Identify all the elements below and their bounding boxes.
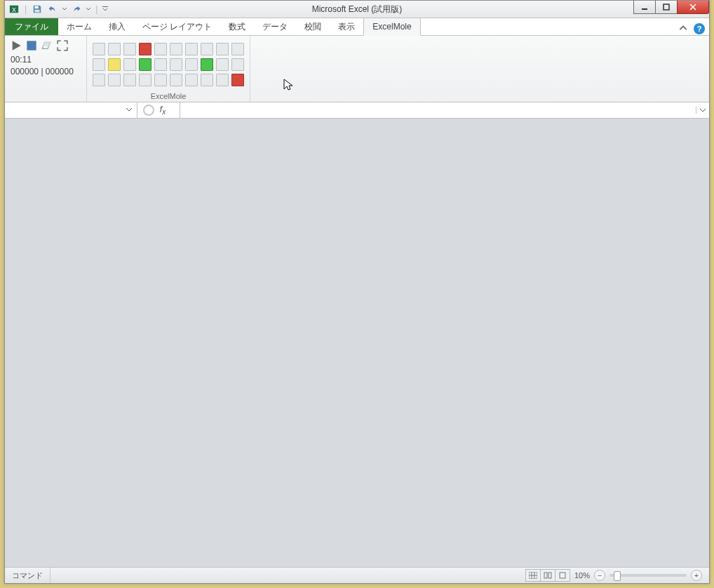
mole-cell[interactable]: [201, 43, 213, 55]
help-icon[interactable]: ?: [694, 23, 705, 34]
status-bar: コマンド 10% − +: [5, 568, 709, 583]
zoom-in-button[interactable]: +: [691, 570, 702, 581]
view-normal-icon[interactable]: [525, 569, 541, 582]
mole-cell[interactable]: [139, 43, 151, 55]
quick-access-toolbar: X | |: [5, 3, 112, 15]
mole-cell[interactable]: [108, 74, 121, 86]
mole-cell[interactable]: [185, 58, 198, 71]
mole-cell[interactable]: [108, 43, 121, 55]
svg-rect-3: [35, 10, 40, 13]
tab-excelmole[interactable]: ExcelMole: [363, 18, 420, 36]
mole-cell[interactable]: [170, 58, 182, 71]
mole-cell[interactable]: [231, 74, 244, 86]
undo-icon[interactable]: [46, 3, 59, 15]
tab-view[interactable]: 表示: [330, 18, 363, 35]
tab-formulas[interactable]: 数式: [220, 18, 254, 35]
tab-pagelayout[interactable]: ページ レイアウト: [134, 18, 220, 35]
tab-data[interactable]: データ: [254, 18, 296, 35]
mole-cell[interactable]: [231, 58, 244, 71]
excel-app-icon[interactable]: X: [8, 3, 20, 15]
mole-cell[interactable]: [185, 74, 198, 86]
svg-rect-14: [560, 573, 565, 578]
tab-review[interactable]: 校閲: [296, 18, 330, 35]
svg-rect-5: [642, 8, 647, 10]
svg-rect-2: [35, 6, 39, 9]
formula-input[interactable]: [180, 102, 696, 118]
formula-expand-icon[interactable]: [696, 107, 709, 114]
window-controls: [634, 1, 709, 14]
tab-home[interactable]: ホーム: [58, 18, 100, 35]
formula-bar: fx: [5, 102, 709, 119]
mole-cell[interactable]: [170, 74, 182, 86]
mole-cell[interactable]: [139, 58, 151, 71]
mole-cell[interactable]: [170, 43, 182, 55]
mole-cell[interactable]: [154, 74, 167, 86]
view-pagelayout-icon[interactable]: [540, 569, 555, 582]
svg-text:X: X: [12, 6, 16, 13]
mole-cell[interactable]: [93, 58, 105, 71]
mole-cell[interactable]: [123, 74, 136, 86]
ribbon-group-excelmole: ExcelMole: [87, 36, 250, 102]
tab-file[interactable]: ファイル: [5, 18, 58, 35]
mole-cell[interactable]: [201, 74, 213, 86]
mole-cell[interactable]: [154, 58, 167, 71]
fx-area: fx: [137, 102, 709, 118]
title-bar: X | | Microsoft Excel (試用版): [5, 1, 709, 18]
view-pagebreak-icon[interactable]: [555, 569, 570, 582]
stop-icon[interactable]: [26, 40, 37, 51]
qat-customize-icon[interactable]: [102, 3, 109, 15]
separator: |: [23, 4, 28, 14]
fx-button[interactable]: fx: [137, 102, 180, 118]
status-mode: コマンド: [5, 568, 50, 583]
maximize-button[interactable]: [655, 1, 678, 14]
redo-icon[interactable]: [70, 3, 83, 15]
save-icon[interactable]: [31, 3, 43, 15]
ribbon-tabs: ファイル ホーム 挿入 ページ レイアウト 数式 データ 校閲 表示 Excel…: [5, 18, 709, 36]
mole-cell[interactable]: [123, 58, 136, 71]
app-window: X | | Microsoft Excel (試用版) ファイル: [4, 0, 710, 584]
mole-cell[interactable]: [93, 74, 105, 86]
erase-icon[interactable]: [41, 40, 53, 51]
separator: |: [94, 4, 99, 14]
score-value: 000000 | 000000: [11, 67, 81, 76]
zoom-level[interactable]: 10%: [574, 571, 590, 580]
mole-cell[interactable]: [216, 43, 229, 55]
mole-cell[interactable]: [216, 58, 229, 71]
svg-rect-12: [544, 573, 547, 578]
undo-dropdown-icon[interactable]: [62, 3, 67, 15]
zoom-out-button[interactable]: −: [594, 570, 605, 581]
ribbon-group-controls: 00:11 000000 | 000000: [5, 36, 87, 102]
timer-value: 00:11: [11, 55, 81, 65]
mole-cell[interactable]: [123, 43, 136, 55]
minimize-button[interactable]: [633, 1, 656, 14]
mole-cell[interactable]: [201, 58, 213, 71]
svg-rect-13: [548, 573, 551, 578]
tab-insert[interactable]: 挿入: [100, 18, 134, 35]
expand-icon[interactable]: [57, 40, 68, 51]
ribbon-group-label: ExcelMole: [93, 91, 244, 100]
chevron-down-icon[interactable]: [126, 105, 133, 115]
mole-cell[interactable]: [108, 58, 121, 71]
play-icon[interactable]: [11, 40, 22, 51]
close-button[interactable]: [677, 1, 709, 14]
worksheet-area[interactable]: [5, 119, 709, 568]
mole-cell[interactable]: [216, 74, 229, 86]
redo-dropdown-icon[interactable]: [86, 3, 91, 15]
control-row: [11, 39, 81, 53]
name-box[interactable]: [5, 102, 137, 118]
zoom-thumb[interactable]: [614, 571, 621, 581]
mole-cell[interactable]: [231, 43, 244, 55]
ribbon-minimize-icon[interactable]: [677, 22, 689, 35]
mole-cell[interactable]: [93, 43, 105, 55]
status-right: 10% − +: [519, 569, 709, 582]
ribbon-body: 00:11 000000 | 000000 ExcelMole: [5, 36, 709, 102]
svg-rect-4: [102, 6, 108, 7]
zoom-slider[interactable]: [609, 574, 687, 577]
view-buttons: [526, 569, 570, 582]
mole-cell[interactable]: [139, 74, 151, 86]
mole-grid[interactable]: [93, 43, 244, 86]
svg-rect-6: [664, 4, 669, 10]
mole-cell[interactable]: [154, 43, 167, 55]
mole-cell[interactable]: [185, 43, 198, 55]
svg-rect-7: [27, 41, 36, 50]
